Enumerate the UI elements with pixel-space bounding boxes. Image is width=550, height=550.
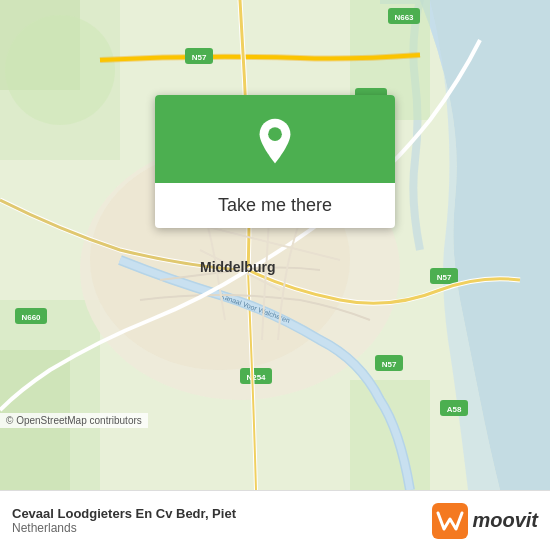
moovit-logo[interactable]: moovit <box>432 503 538 539</box>
svg-text:A58: A58 <box>447 405 462 414</box>
svg-text:N660: N660 <box>21 313 41 322</box>
svg-text:Middelburg: Middelburg <box>200 259 275 275</box>
moovit-icon <box>432 503 468 539</box>
bottom-bar: Cevaal Loodgieters En Cv Bedr, Piet Neth… <box>0 490 550 550</box>
svg-text:N254: N254 <box>246 373 266 382</box>
svg-point-3 <box>5 15 115 125</box>
take-me-there-button[interactable]: Take me there <box>202 183 348 228</box>
place-info: Cevaal Loodgieters En Cv Bedr, Piet Neth… <box>12 506 236 535</box>
svg-text:N57: N57 <box>192 53 207 62</box>
popup-green-header <box>155 95 395 183</box>
place-name: Cevaal Loodgieters En Cv Bedr, Piet <box>12 506 236 521</box>
svg-text:N57: N57 <box>382 360 397 369</box>
svg-point-28 <box>268 127 282 141</box>
svg-rect-7 <box>350 380 430 490</box>
svg-text:N57: N57 <box>437 273 452 282</box>
location-pin-icon <box>251 117 299 165</box>
popup-card: Take me there <box>155 95 395 228</box>
moovit-label: moovit <box>472 509 538 532</box>
map-container: N57 N663 N563 N57 N57 A58 N254 N660 <box>0 0 550 490</box>
svg-text:N663: N663 <box>394 13 414 22</box>
place-country: Netherlands <box>12 521 236 535</box>
copyright-notice: © OpenStreetMap contributors <box>0 413 148 428</box>
